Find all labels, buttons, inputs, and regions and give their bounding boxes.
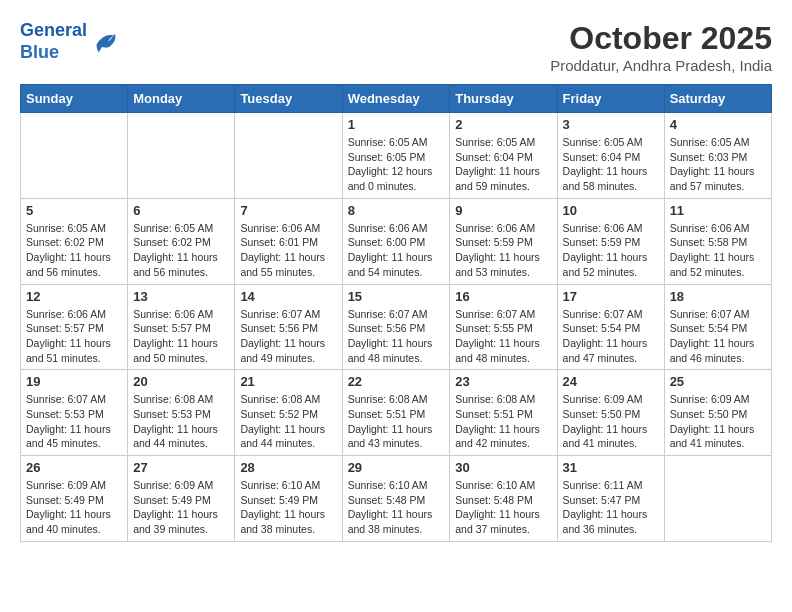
calendar-cell: 9Sunrise: 6:06 AMSunset: 5:59 PMDaylight… [450, 198, 557, 284]
day-info-line: and 55 minutes. [240, 266, 315, 278]
day-info: Sunrise: 6:07 AMSunset: 5:53 PMDaylight:… [26, 392, 122, 451]
day-info-line: and 39 minutes. [133, 523, 208, 535]
calendar-cell [128, 113, 235, 199]
day-info-line: Daylight: 11 hours [348, 508, 433, 520]
logo: General Blue [20, 20, 117, 63]
day-info-line: and 52 minutes. [563, 266, 638, 278]
day-info-line: Daylight: 11 hours [670, 423, 755, 435]
day-info-line: Sunset: 5:49 PM [133, 494, 211, 506]
day-info-line: Sunset: 5:49 PM [240, 494, 318, 506]
calendar-cell: 20Sunrise: 6:08 AMSunset: 5:53 PMDayligh… [128, 370, 235, 456]
weekday-header-tuesday: Tuesday [235, 85, 342, 113]
day-info: Sunrise: 6:06 AMSunset: 5:57 PMDaylight:… [26, 307, 122, 366]
day-info: Sunrise: 6:08 AMSunset: 5:51 PMDaylight:… [348, 392, 445, 451]
day-info-line: Sunset: 5:56 PM [348, 322, 426, 334]
day-number: 18 [670, 289, 766, 304]
location-subtitle: Proddatur, Andhra Pradesh, India [550, 57, 772, 74]
day-info-line: and 40 minutes. [26, 523, 101, 535]
day-info-line: Sunrise: 6:06 AM [348, 222, 428, 234]
day-number: 22 [348, 374, 445, 389]
day-info-line: and 37 minutes. [455, 523, 530, 535]
day-info-line: and 36 minutes. [563, 523, 638, 535]
calendar-week-row: 12Sunrise: 6:06 AMSunset: 5:57 PMDayligh… [21, 284, 772, 370]
day-info-line: Sunrise: 6:05 AM [26, 222, 106, 234]
day-info-line: Sunset: 6:03 PM [670, 151, 748, 163]
day-info-line: Daylight: 11 hours [455, 423, 540, 435]
day-info-line: Daylight: 11 hours [133, 508, 218, 520]
day-info-line: Sunrise: 6:05 AM [348, 136, 428, 148]
day-info-line: Sunset: 5:59 PM [563, 236, 641, 248]
day-info: Sunrise: 6:09 AMSunset: 5:49 PMDaylight:… [133, 478, 229, 537]
calendar-cell: 30Sunrise: 6:10 AMSunset: 5:48 PMDayligh… [450, 456, 557, 542]
day-info-line: Sunset: 6:02 PM [26, 236, 104, 248]
day-info-line: Daylight: 11 hours [455, 337, 540, 349]
day-info: Sunrise: 6:09 AMSunset: 5:50 PMDaylight:… [670, 392, 766, 451]
day-info: Sunrise: 6:05 AMSunset: 6:05 PMDaylight:… [348, 135, 445, 194]
calendar-cell: 12Sunrise: 6:06 AMSunset: 5:57 PMDayligh… [21, 284, 128, 370]
day-info-line: Sunset: 5:51 PM [348, 408, 426, 420]
day-info-line: and 38 minutes. [348, 523, 423, 535]
day-info-line: Daylight: 11 hours [26, 337, 111, 349]
day-info-line: and 50 minutes. [133, 352, 208, 364]
day-info: Sunrise: 6:05 AMSunset: 6:02 PMDaylight:… [26, 221, 122, 280]
day-info-line: and 59 minutes. [455, 180, 530, 192]
day-info-line: Daylight: 11 hours [670, 165, 755, 177]
day-info-line: and 52 minutes. [670, 266, 745, 278]
day-info-line: and 44 minutes. [240, 437, 315, 449]
day-info-line: Sunset: 6:04 PM [563, 151, 641, 163]
day-info-line: Sunset: 5:50 PM [670, 408, 748, 420]
calendar-cell: 17Sunrise: 6:07 AMSunset: 5:54 PMDayligh… [557, 284, 664, 370]
day-info-line: Daylight: 11 hours [133, 423, 218, 435]
weekday-header-monday: Monday [128, 85, 235, 113]
day-info-line: Sunrise: 6:09 AM [26, 479, 106, 491]
day-info-line: and 44 minutes. [133, 437, 208, 449]
day-number: 24 [563, 374, 659, 389]
calendar-table: SundayMondayTuesdayWednesdayThursdayFrid… [20, 84, 772, 542]
day-info-line: and 48 minutes. [348, 352, 423, 364]
day-number: 25 [670, 374, 766, 389]
calendar-week-row: 5Sunrise: 6:05 AMSunset: 6:02 PMDaylight… [21, 198, 772, 284]
day-number: 16 [455, 289, 551, 304]
calendar-cell: 22Sunrise: 6:08 AMSunset: 5:51 PMDayligh… [342, 370, 450, 456]
day-info: Sunrise: 6:06 AMSunset: 6:01 PMDaylight:… [240, 221, 336, 280]
day-info-line: Sunrise: 6:06 AM [670, 222, 750, 234]
day-info-line: Daylight: 11 hours [26, 251, 111, 263]
day-number: 14 [240, 289, 336, 304]
day-info-line: Daylight: 11 hours [670, 251, 755, 263]
day-info: Sunrise: 6:10 AMSunset: 5:49 PMDaylight:… [240, 478, 336, 537]
day-number: 1 [348, 117, 445, 132]
day-info-line: Sunset: 6:05 PM [348, 151, 426, 163]
day-info-line: Daylight: 11 hours [240, 423, 325, 435]
day-info-line: and 54 minutes. [348, 266, 423, 278]
day-number: 30 [455, 460, 551, 475]
day-info: Sunrise: 6:11 AMSunset: 5:47 PMDaylight:… [563, 478, 659, 537]
day-info-line: Daylight: 11 hours [455, 508, 540, 520]
day-info-line: Sunrise: 6:06 AM [133, 308, 213, 320]
calendar-cell: 4Sunrise: 6:05 AMSunset: 6:03 PMDaylight… [664, 113, 771, 199]
day-info-line: Sunrise: 6:08 AM [240, 393, 320, 405]
day-info: Sunrise: 6:07 AMSunset: 5:54 PMDaylight:… [563, 307, 659, 366]
day-number: 11 [670, 203, 766, 218]
day-info: Sunrise: 6:05 AMSunset: 6:04 PMDaylight:… [563, 135, 659, 194]
day-info: Sunrise: 6:10 AMSunset: 5:48 PMDaylight:… [348, 478, 445, 537]
day-info-line: Sunrise: 6:08 AM [348, 393, 428, 405]
calendar-cell: 8Sunrise: 6:06 AMSunset: 6:00 PMDaylight… [342, 198, 450, 284]
day-info-line: and 0 minutes. [348, 180, 417, 192]
day-info-line: Sunset: 5:49 PM [26, 494, 104, 506]
day-number: 12 [26, 289, 122, 304]
day-number: 3 [563, 117, 659, 132]
calendar-cell: 14Sunrise: 6:07 AMSunset: 5:56 PMDayligh… [235, 284, 342, 370]
day-number: 4 [670, 117, 766, 132]
calendar-cell: 31Sunrise: 6:11 AMSunset: 5:47 PMDayligh… [557, 456, 664, 542]
calendar-week-row: 1Sunrise: 6:05 AMSunset: 6:05 PMDaylight… [21, 113, 772, 199]
calendar-cell: 27Sunrise: 6:09 AMSunset: 5:49 PMDayligh… [128, 456, 235, 542]
weekday-header-row: SundayMondayTuesdayWednesdayThursdayFrid… [21, 85, 772, 113]
logo-icon [89, 28, 117, 56]
day-info: Sunrise: 6:06 AMSunset: 6:00 PMDaylight:… [348, 221, 445, 280]
day-info: Sunrise: 6:08 AMSunset: 5:51 PMDaylight:… [455, 392, 551, 451]
calendar-cell: 26Sunrise: 6:09 AMSunset: 5:49 PMDayligh… [21, 456, 128, 542]
day-info-line: and 49 minutes. [240, 352, 315, 364]
day-number: 31 [563, 460, 659, 475]
day-info-line: Daylight: 11 hours [348, 423, 433, 435]
day-info-line: Sunset: 5:54 PM [670, 322, 748, 334]
